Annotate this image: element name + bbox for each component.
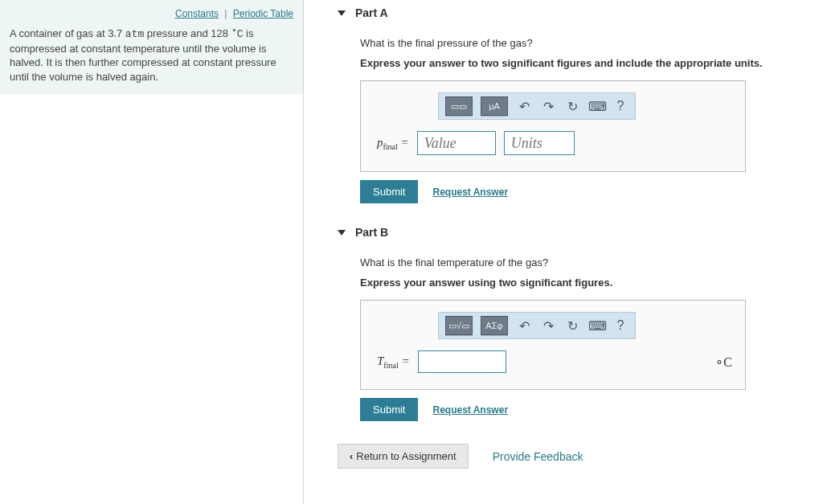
request-answer-link[interactable]: Request Answer [432,404,508,416]
templates-button[interactable]: ▭▭ [445,96,473,116]
help-icon[interactable]: ? [612,318,629,333]
caret-down-icon [338,230,346,236]
left-pane: Constants | Periodic Table A container o… [0,0,304,504]
part-b-instruction: Express your answer using two significan… [360,277,823,289]
symbols-button[interactable]: ΑΣφ [481,316,508,335]
part-a-body: What is the final pressure of the gas? E… [360,37,823,203]
reset-icon[interactable]: ↻ [564,318,580,334]
chevron-left-icon: ‹ [350,450,353,462]
submit-button[interactable]: Submit [360,398,418,421]
undo-icon[interactable]: ↶ [516,318,532,334]
part-a-title: Part A [355,6,388,19]
part-a-actions: Submit Request Answer [360,180,823,203]
part-b: Part B What is the final temperature of … [338,226,823,421]
provide-feedback-link[interactable]: Provide Feedback [493,450,583,463]
problem-statement: Constants | Periodic Table A container o… [0,0,303,94]
units-input[interactable] [504,131,575,155]
unit-suffix: ∘C [715,354,732,370]
part-a-input-row: pfinal = [374,131,732,155]
reference-links: Constants | Periodic Table [10,8,293,19]
part-b-input-row: Tfinal = ∘C [374,350,732,373]
value-input[interactable] [417,131,496,155]
return-button[interactable]: ‹Return to Assignment [338,444,469,469]
keyboard-icon[interactable]: ⌨ [588,99,604,114]
part-b-answer-box: ▭√▭ ΑΣφ ↶ ↷ ↻ ⌨ ? Tfinal = ∘C [360,300,746,390]
redo-icon[interactable]: ↷ [540,318,556,334]
help-icon[interactable]: ? [612,99,629,113]
part-a-question: What is the final pressure of the gas? [360,37,823,49]
value-input[interactable] [418,350,506,373]
bottom-actions: ‹Return to Assignment Provide Feedback [338,444,823,469]
redo-icon[interactable]: ↷ [540,99,556,114]
periodic-table-link[interactable]: Periodic Table [233,8,293,19]
right-pane: Part A What is the final pressure of the… [304,0,823,504]
templates-button[interactable]: ▭√▭ [445,316,473,335]
request-answer-link[interactable]: Request Answer [432,186,508,198]
part-b-toolbar: ▭√▭ ΑΣφ ↶ ↷ ↻ ⌨ ? [438,312,636,339]
part-b-body: What is the final temperature of the gas… [360,256,823,421]
part-a-answer-box: ▭▭ μA ↶ ↷ ↻ ⌨ ? pfinal = [360,80,746,172]
units-button[interactable]: μA [481,96,508,116]
problem-text: A container of gas at 3.7 atm pressure a… [10,24,293,84]
part-a-instruction: Express your answer to two significant f… [360,57,823,69]
part-a-header[interactable]: Part A [338,6,823,19]
part-a: Part A What is the final pressure of the… [338,6,823,203]
part-b-title: Part B [355,226,388,239]
part-b-header[interactable]: Part B [338,226,823,239]
reset-icon[interactable]: ↻ [564,99,580,114]
keyboard-icon[interactable]: ⌨ [588,318,604,334]
undo-icon[interactable]: ↶ [516,99,532,114]
part-b-variable: Tfinal = [377,354,410,370]
part-a-toolbar: ▭▭ μA ↶ ↷ ↻ ⌨ ? [438,92,636,120]
submit-button[interactable]: Submit [360,180,418,203]
separator: | [224,8,227,19]
constants-link[interactable]: Constants [175,8,219,19]
part-b-question: What is the final temperature of the gas… [360,256,823,268]
part-a-variable: pfinal = [377,136,409,151]
part-b-actions: Submit Request Answer [360,398,823,421]
caret-down-icon [338,10,346,16]
